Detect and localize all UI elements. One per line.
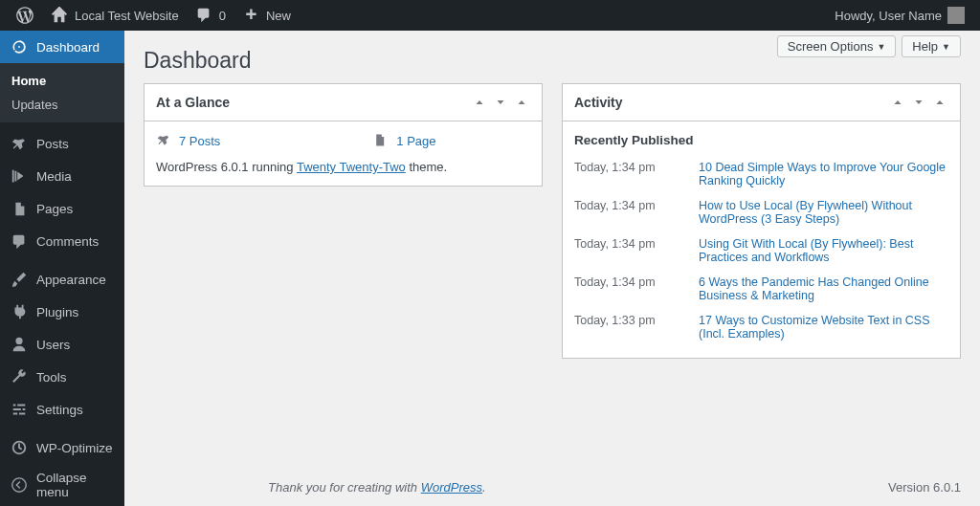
sidebar-submenu-dashboard: Home Updates xyxy=(0,63,124,122)
move-down-button[interactable] xyxy=(910,94,927,111)
brush-icon xyxy=(10,270,29,289)
activity-row: Today, 1:34 pmUsing Git With Local (By F… xyxy=(574,231,948,270)
sidebar-item-collapse[interactable]: Collapse menu xyxy=(0,464,124,506)
move-up-button[interactable] xyxy=(889,94,906,111)
user-icon xyxy=(10,335,29,354)
sidebar-sub-home[interactable]: Home xyxy=(0,69,124,93)
sidebar-item-tools[interactable]: Tools xyxy=(0,361,124,393)
optimize-icon xyxy=(10,438,29,457)
wordpress-link[interactable]: WordPress xyxy=(421,480,482,495)
activity-time: Today, 1:34 pm xyxy=(574,237,670,264)
page-icon xyxy=(10,200,29,219)
new-label: New xyxy=(266,9,291,23)
collapse-icon xyxy=(10,475,29,495)
media-icon xyxy=(10,167,29,187)
sidebar-item-wp-optimize[interactable]: WP-Optimize xyxy=(0,431,124,464)
move-up-button[interactable] xyxy=(471,94,488,111)
site-name-button[interactable]: Local Test Website xyxy=(42,0,187,31)
svg-point-1 xyxy=(12,478,26,492)
plus-icon xyxy=(241,6,260,25)
footer-version: Version 6.0.1 xyxy=(888,480,961,495)
sliders-icon xyxy=(10,400,29,419)
footer-thanks: Thank you for creating with WordPress. xyxy=(268,480,486,495)
wordpress-icon xyxy=(15,6,34,25)
sidebar-item-settings[interactable]: Settings xyxy=(0,393,124,426)
main-content: Screen Options ▼ Help ▼ Dashboard At a G… xyxy=(124,31,980,506)
comments-button[interactable]: 0 xyxy=(187,0,234,31)
activity-row: Today, 1:34 pm10 Dead Simple Ways to Imp… xyxy=(574,155,948,193)
sidebar-item-posts[interactable]: Posts xyxy=(0,128,124,161)
activity-row: Today, 1:34 pm6 Ways the Pandemic Has Ch… xyxy=(574,270,948,308)
help-button[interactable]: Help ▼ xyxy=(902,35,961,57)
toggle-button[interactable] xyxy=(931,94,948,111)
sidebar-item-users[interactable]: Users xyxy=(0,328,124,361)
activity-time: Today, 1:34 pm xyxy=(574,275,670,302)
wrench-icon xyxy=(10,367,29,386)
comment-icon xyxy=(194,6,213,25)
widget-at-a-glance: At a Glance 7 Posts xyxy=(144,83,543,187)
screen-options-button[interactable]: Screen Options ▼ xyxy=(777,35,897,57)
activity-time: Today, 1:34 pm xyxy=(574,199,670,226)
pin-icon xyxy=(10,135,29,154)
comments-count: 0 xyxy=(219,9,226,23)
avatar xyxy=(947,7,965,24)
admin-sidebar: Dashboard Home Updates Posts Media Pages… xyxy=(0,31,124,506)
activity-row: Today, 1:33 pm17 Ways to Customize Websi… xyxy=(574,308,948,346)
pin-icon xyxy=(156,133,171,148)
chevron-down-icon: ▼ xyxy=(877,42,885,52)
activity-link[interactable]: 10 Dead Simple Ways to Improve Your Goog… xyxy=(699,161,948,187)
sidebar-item-dashboard[interactable]: Dashboard xyxy=(0,31,124,63)
dashboard-icon xyxy=(10,37,29,56)
activity-row: Today, 1:34 pmHow to Use Local (By Flywh… xyxy=(574,193,948,231)
sidebar-item-comments[interactable]: Comments xyxy=(0,226,124,258)
glance-posts[interactable]: 7 Posts xyxy=(156,133,220,148)
howdy-text: Howdy, User Name xyxy=(835,9,942,23)
activity-link[interactable]: How to Use Local (By Flywheel) Without W… xyxy=(699,199,948,226)
widget-title: At a Glance xyxy=(156,95,471,110)
activity-time: Today, 1:33 pm xyxy=(574,314,670,341)
chevron-down-icon: ▼ xyxy=(942,42,950,52)
sidebar-item-pages[interactable]: Pages xyxy=(0,193,124,226)
new-button[interactable]: New xyxy=(234,0,299,31)
theme-link[interactable]: Twenty Twenty-Two xyxy=(297,160,406,174)
activity-subtitle: Recently Published xyxy=(574,133,948,147)
activity-link[interactable]: Using Git With Local (By Flywheel): Best… xyxy=(699,237,948,264)
sidebar-sub-updates[interactable]: Updates xyxy=(0,93,124,117)
site-name-label: Local Test Website xyxy=(75,9,179,23)
sidebar-label: Dashboard xyxy=(36,40,115,55)
sidebar-item-appearance[interactable]: Appearance xyxy=(0,263,124,296)
wp-logo-button[interactable] xyxy=(8,0,42,31)
wp-version-text: WordPress 6.0.1 running Twenty Twenty-Tw… xyxy=(156,160,530,174)
glance-pages[interactable]: 1 Page xyxy=(373,133,435,148)
activity-link[interactable]: 6 Ways the Pandemic Has Changed Online B… xyxy=(699,275,948,302)
howdy-button[interactable]: Howdy, User Name xyxy=(827,7,972,24)
move-down-button[interactable] xyxy=(492,94,509,111)
activity-link[interactable]: 17 Ways to Customize Website Text in CSS… xyxy=(699,314,948,341)
activity-time: Today, 1:34 pm xyxy=(574,161,670,187)
plug-icon xyxy=(10,302,29,321)
home-icon xyxy=(50,6,69,25)
admin-toolbar: Local Test Website 0 New Howdy, User Nam… xyxy=(0,0,980,31)
widget-activity: Activity Recently Published Today, 1:34 … xyxy=(562,83,961,359)
admin-footer: Thank you for creating with WordPress. V… xyxy=(249,469,980,506)
comment-icon xyxy=(10,232,29,252)
sidebar-item-media[interactable]: Media xyxy=(0,161,124,193)
page-icon xyxy=(373,133,389,148)
widget-title: Activity xyxy=(574,95,889,110)
sidebar-item-plugins[interactable]: Plugins xyxy=(0,296,124,328)
toggle-button[interactable] xyxy=(513,94,530,111)
